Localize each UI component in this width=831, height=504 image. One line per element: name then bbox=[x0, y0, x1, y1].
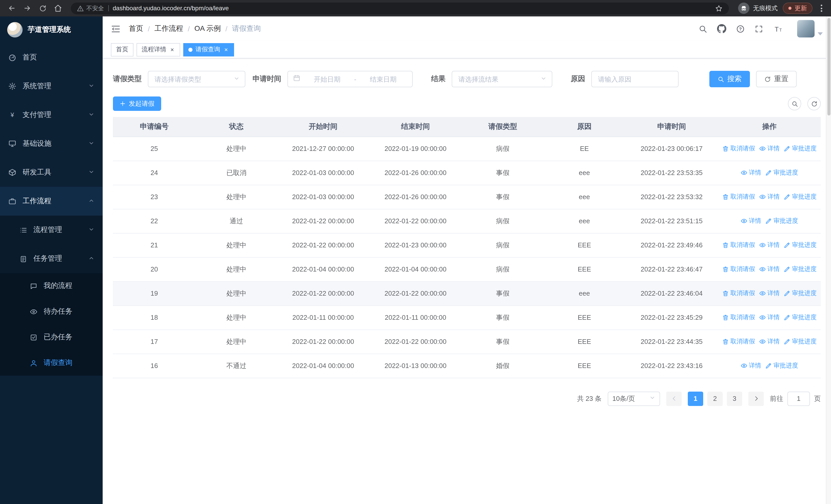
action-cancel-leave[interactable]: 取消请假 bbox=[722, 192, 755, 201]
end-date-input[interactable] bbox=[359, 75, 407, 83]
action-detail[interactable]: 详情 bbox=[741, 168, 761, 177]
action-approval-progress[interactable]: 审批进度 bbox=[765, 361, 798, 370]
app-logo[interactable]: 芋道管理系统 bbox=[0, 17, 103, 43]
result-select[interactable] bbox=[452, 71, 552, 87]
column-header: 操作 bbox=[718, 117, 821, 137]
result-input[interactable] bbox=[457, 75, 537, 83]
cell-reason: eee bbox=[544, 185, 625, 209]
action-detail[interactable]: 详情 bbox=[759, 144, 780, 153]
leave-type-select[interactable] bbox=[148, 71, 245, 87]
browser-reload-button[interactable] bbox=[36, 2, 49, 15]
cell-apply-id: 18 bbox=[113, 305, 196, 329]
font-size-icon[interactable]: TT bbox=[773, 24, 784, 33]
tab-close-icon[interactable]: × bbox=[223, 46, 229, 53]
action-detail[interactable]: 详情 bbox=[759, 265, 780, 273]
page-button[interactable]: 1 bbox=[688, 391, 703, 406]
breadcrumb-item[interactable]: OA 示例 bbox=[195, 24, 221, 33]
address-bar[interactable]: 不安全 dashboard.yudao.iocoder.cn/bpm/oa/le… bbox=[71, 2, 729, 14]
action-detail[interactable]: 详情 bbox=[759, 313, 780, 322]
tab-item[interactable]: 流程详情× bbox=[137, 43, 180, 56]
goto-page-input[interactable] bbox=[787, 391, 810, 406]
action-cancel-leave[interactable]: 取消请假 bbox=[722, 240, 755, 249]
action-approval-progress[interactable]: 审批进度 bbox=[765, 216, 798, 225]
scrollbar[interactable] bbox=[826, 17, 831, 504]
breadcrumb-item[interactable]: 首页 bbox=[129, 24, 143, 33]
action-detail[interactable]: 详情 bbox=[741, 216, 761, 225]
action-detail[interactable]: 详情 bbox=[759, 240, 780, 249]
cell-apply-time: 2022-01-23 00:06:17 bbox=[625, 137, 718, 161]
action-cancel-leave[interactable]: 取消请假 bbox=[722, 337, 755, 346]
action-cancel-leave[interactable]: 取消请假 bbox=[722, 289, 755, 297]
breadcrumb-item[interactable]: 工作流程 bbox=[154, 24, 183, 33]
sidebar-item-workflow[interactable]: 工作流程 bbox=[0, 187, 103, 215]
cell-leave-type: 病假 bbox=[462, 233, 544, 257]
action-approval-progress[interactable]: 审批进度 bbox=[784, 289, 816, 297]
scrollbar-thumb[interactable] bbox=[827, 18, 830, 116]
sidebar-item-infrastructure[interactable]: 基础设施 bbox=[0, 129, 103, 158]
sidebar-item-task-management[interactable]: 任务管理 bbox=[0, 244, 103, 273]
action-detail[interactable]: 详情 bbox=[759, 289, 780, 297]
browser-back-button[interactable] bbox=[5, 2, 19, 15]
tab-item[interactable]: 首页 bbox=[111, 43, 134, 56]
action-cancel-leave[interactable]: 取消请假 bbox=[722, 144, 755, 153]
search-button[interactable]: 搜索 bbox=[709, 71, 750, 87]
sidebar-item-system[interactable]: 系统管理 bbox=[0, 72, 103, 100]
reason-input[interactable] bbox=[597, 75, 673, 83]
action-detail[interactable]: 详情 bbox=[759, 337, 780, 346]
bookmark-star-icon[interactable] bbox=[715, 4, 723, 12]
create-leave-button[interactable]: 发起请假 bbox=[113, 96, 161, 111]
tab-active[interactable]: 请假查询× bbox=[183, 43, 234, 56]
sidebar-item-todo-tasks[interactable]: 待办任务 bbox=[0, 299, 103, 324]
next-page-button[interactable] bbox=[748, 391, 764, 406]
action-cancel-leave[interactable]: 取消请假 bbox=[722, 313, 755, 322]
reason-field[interactable] bbox=[591, 71, 679, 87]
page-button[interactable]: 3 bbox=[727, 391, 742, 406]
action-approval-progress[interactable]: 审批进度 bbox=[784, 337, 816, 346]
prev-page-button[interactable] bbox=[666, 391, 682, 406]
cell-apply-id: 25 bbox=[113, 137, 196, 161]
sidebar-item-devtools[interactable]: 研发工具 bbox=[0, 158, 103, 187]
fullscreen-icon[interactable] bbox=[754, 24, 763, 33]
sidebar-item-payment[interactable]: ¥ 支付管理 bbox=[0, 100, 103, 129]
github-icon[interactable] bbox=[717, 24, 726, 33]
cell-status: 已取消 bbox=[196, 161, 277, 185]
avatar[interactable] bbox=[797, 20, 814, 37]
action-cancel-leave[interactable]: 取消请假 bbox=[722, 265, 755, 273]
start-date-input[interactable] bbox=[303, 75, 351, 83]
user-menu[interactable] bbox=[797, 20, 823, 37]
apply-time-range-picker[interactable]: - bbox=[287, 71, 413, 87]
sidebar-item-home[interactable]: 首页 bbox=[0, 43, 103, 72]
action-approval-progress[interactable]: 审批进度 bbox=[784, 192, 816, 201]
leave-type-input[interactable] bbox=[153, 75, 230, 83]
action-detail[interactable]: 详情 bbox=[741, 361, 761, 370]
sidebar-item-done-tasks[interactable]: 已办任务 bbox=[0, 324, 103, 350]
browser-home-button[interactable] bbox=[51, 2, 65, 15]
toggle-search-button[interactable] bbox=[788, 97, 801, 110]
sidebar-item-process-management[interactable]: 流程管理 bbox=[0, 215, 103, 244]
header-search-icon[interactable] bbox=[698, 24, 707, 33]
action-approval-progress[interactable]: 审批进度 bbox=[784, 313, 816, 322]
browser-update-button[interactable]: 更新 bbox=[783, 3, 812, 14]
update-dot-icon bbox=[789, 7, 792, 10]
action-approval-progress[interactable]: 审批进度 bbox=[784, 265, 816, 273]
page-button[interactable]: 2 bbox=[707, 391, 723, 406]
page-size-select[interactable]: 10条/页 bbox=[608, 391, 660, 406]
action-approval-progress[interactable]: 审批进度 bbox=[784, 144, 816, 153]
action-detail[interactable]: 详情 bbox=[759, 192, 780, 201]
cell-start-time: 2022-01-22 00:00:00 bbox=[277, 329, 369, 354]
sidebar-item-my-process[interactable]: 我的流程 bbox=[0, 273, 103, 299]
cell-apply-time: 2022-01-22 23:51:15 bbox=[625, 209, 718, 233]
help-icon[interactable]: ? bbox=[736, 24, 745, 33]
browser-forward-button[interactable] bbox=[21, 2, 34, 15]
sidebar-collapse-icon[interactable] bbox=[111, 24, 121, 34]
url-text[interactable]: dashboard.yudao.iocoder.cn/bpm/oa/leave bbox=[113, 5, 229, 12]
browser-menu-icon[interactable] bbox=[816, 3, 826, 14]
chat-bubble-icon bbox=[30, 282, 37, 290]
refresh-table-button[interactable] bbox=[807, 97, 821, 110]
sidebar-item-leave-query[interactable]: 请假查询 bbox=[0, 350, 103, 376]
action-approval-progress[interactable]: 审批进度 bbox=[765, 168, 798, 177]
action-approval-progress[interactable]: 审批进度 bbox=[784, 240, 816, 249]
reset-button[interactable]: 重置 bbox=[756, 71, 797, 87]
security-warning[interactable]: 不安全 bbox=[77, 4, 104, 12]
tab-close-icon[interactable]: × bbox=[169, 46, 175, 53]
